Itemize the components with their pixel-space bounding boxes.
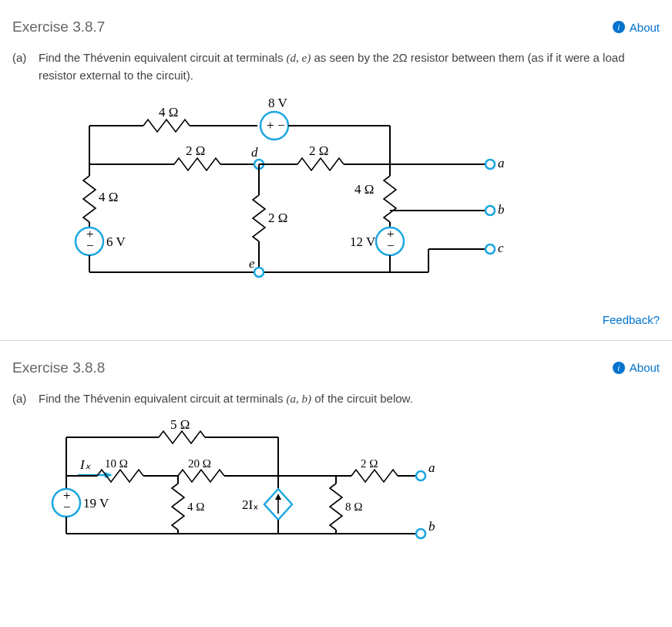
svg-point-36	[486, 244, 495, 254]
q-pre: Find the Thévenin equivalent circuit at …	[39, 51, 287, 64]
info-icon: i	[613, 362, 625, 374]
exercise-title: Exercise 3.8.7	[12, 19, 105, 35]
v-19: 19 V	[83, 496, 109, 511]
question-text: Find the Thévenin equivalent circuit at …	[39, 49, 660, 84]
exercise-387: Exercise 3.8.7 i About (a) Find the Thév…	[0, 0, 672, 341]
r-2a: 2 Ω	[186, 143, 205, 158]
q-terms: (a, b)	[287, 393, 312, 405]
svg-text:−: −	[387, 238, 395, 253]
r-4: 4 Ω	[187, 501, 204, 513]
r-4left: 4 Ω	[99, 190, 118, 204]
node-a: a	[428, 460, 435, 475]
r-2: 2 Ω	[361, 457, 378, 470]
feedback-link[interactable]: Feedback?	[12, 298, 660, 340]
svg-text:+: +	[267, 118, 274, 133]
part-label: (a)	[12, 390, 31, 408]
svg-text:−: −	[86, 238, 94, 253]
svg-point-14	[486, 160, 495, 169]
info-icon: i	[613, 21, 625, 33]
part-a: (a) Find the Thévenin equivalent circuit…	[12, 49, 660, 84]
r-2b: 2 Ω	[309, 143, 328, 158]
svg-point-48	[416, 471, 425, 480]
about-link[interactable]: i About	[613, 21, 660, 34]
exercise-header: Exercise 3.8.8 i About	[12, 359, 660, 376]
about-label: About	[630, 21, 660, 34]
question-text: Find the Thévenin equivalent circuit at …	[39, 390, 413, 408]
svg-point-30	[486, 206, 495, 215]
r-top: 4 Ω	[159, 105, 178, 120]
exercise-header: Exercise 3.8.7 i About	[12, 19, 660, 35]
r-5: 5 Ω	[170, 418, 190, 432]
ix-label: Iₓ	[79, 457, 91, 472]
svg-point-64	[416, 529, 425, 538]
circuit-388: 5 Ω Iₓ 10 Ω 20 Ω 2 Ω a	[43, 418, 660, 559]
dep-label: 2Iₓ	[242, 497, 259, 512]
v-12: 12 V	[350, 234, 376, 249]
node-e: e	[249, 256, 255, 271]
svg-text:−: −	[277, 118, 285, 133]
about-link[interactable]: i About	[613, 361, 660, 374]
r-10: 10 Ω	[105, 457, 128, 470]
node-b: b	[428, 519, 435, 534]
q-r: 2Ω	[392, 51, 408, 64]
svg-point-32	[254, 268, 264, 277]
q-terms: (d, e)	[287, 52, 311, 64]
node-d: d	[251, 145, 258, 160]
q-pre: Find the Thévenin equivalent circuit at …	[39, 392, 287, 405]
circuit-svg-387: + − 4 Ω 8 V 2 Ω d 2 Ω a	[59, 95, 536, 295]
part-label: (a)	[12, 49, 31, 84]
v-top: 8 V	[268, 96, 287, 110]
about-label: About	[630, 361, 660, 374]
node-a: a	[498, 156, 505, 170]
exercise-title: Exercise 3.8.8	[12, 359, 105, 376]
q-mid: as seen by the	[311, 51, 392, 64]
q-post: of the circuit below.	[311, 392, 413, 405]
v-6: 6 V	[106, 234, 126, 249]
circuit-387: + − 4 Ω 8 V 2 Ω d 2 Ω a	[59, 95, 660, 298]
svg-text:−: −	[63, 500, 71, 514]
part-a: (a) Find the Thévenin equivalent circuit…	[12, 390, 660, 408]
r-20: 20 Ω	[188, 457, 211, 470]
circuit-svg-388: 5 Ω Iₓ 10 Ω 20 Ω 2 Ω a	[43, 418, 475, 557]
node-c: c	[498, 241, 504, 255]
feedback-label: Feedback?	[603, 313, 660, 326]
exercise-388: Exercise 3.8.8 i About (a) Find the Thév…	[0, 341, 672, 560]
node-b: b	[498, 202, 505, 217]
r-4right: 4 Ω	[354, 182, 374, 197]
r-8: 8 Ω	[345, 501, 362, 513]
r-2mid: 2 Ω	[268, 211, 287, 225]
